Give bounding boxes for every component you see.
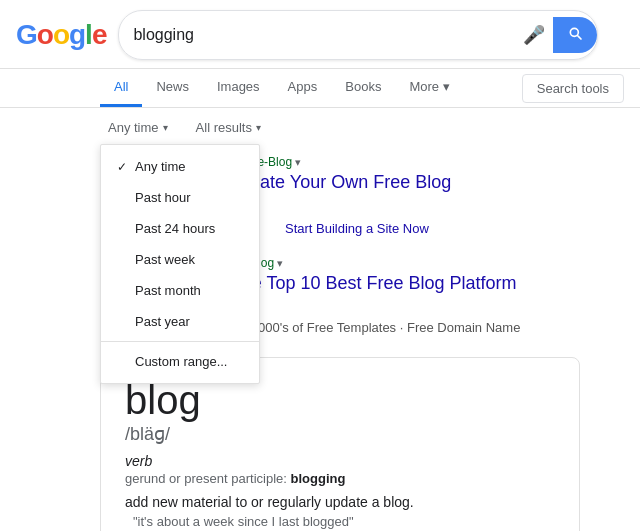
check-icon: ✓ <box>117 160 127 174</box>
url-arrow-1[interactable]: ▾ <box>295 156 301 168</box>
dropdown-label-pastyear: Past year <box>135 314 190 329</box>
results-filter-button[interactable]: All results ▾ <box>188 116 269 139</box>
dropdown-divider <box>101 341 259 342</box>
header: Google blogging 🎤 <box>0 0 640 69</box>
results-filter-arrow: ▾ <box>256 122 261 133</box>
url-arrow-2[interactable]: ▾ <box>277 257 283 269</box>
sitelink-1-2: Start Building a Site Now <box>285 221 429 236</box>
results-filter-label: All results <box>196 120 252 135</box>
results-area: ing Sites - overtop10.com/Free-Blog ▾ Bl… <box>0 147 640 531</box>
google-logo: Google <box>16 19 106 51</box>
conjugation-value: blogging <box>291 471 346 486</box>
search-button[interactable] <box>553 17 597 53</box>
tab-books[interactable]: Books <box>331 69 395 107</box>
tab-all[interactable]: All <box>100 69 142 107</box>
dropdown-item-past24h[interactable]: ✓ Past 24 hours <box>101 213 259 244</box>
dropdown-label-pasthour: Past hour <box>135 190 191 205</box>
dropdown-label-anytime: Any time <box>135 159 186 174</box>
definition-conjugation: gerund or present participle: blogging <box>125 471 555 486</box>
dropdown-item-pastweek[interactable]: ✓ Past week <box>101 244 259 275</box>
time-filter-label: Any time <box>108 120 159 135</box>
mic-icon[interactable]: 🎤 <box>523 24 545 46</box>
dropdown-label-past24h: Past 24 hours <box>135 221 215 236</box>
time-filter-arrow: ▾ <box>163 122 168 133</box>
dropdown-item-anytime[interactable]: ✓ Any time <box>101 151 259 182</box>
tab-images[interactable]: Images <box>203 69 274 107</box>
definition-word: blog <box>125 378 555 423</box>
tab-apps[interactable]: Apps <box>274 69 332 107</box>
dropdown-item-pasthour[interactable]: ✓ Past hour <box>101 182 259 213</box>
definition-pos: verb <box>125 453 555 469</box>
dropdown-item-customrange[interactable]: ✓ Custom range... <box>101 346 259 377</box>
conjugation-label: gerund or present participle: <box>125 471 287 486</box>
dropdown-item-pastyear[interactable]: ✓ Past year <box>101 306 259 337</box>
dropdown-label-pastweek: Past week <box>135 252 195 267</box>
sitelink-title-1-2[interactable]: Start Building a Site Now <box>285 221 429 236</box>
dropdown-label-pastmonth: Past month <box>135 283 201 298</box>
definition-meaning-1: add new material to or regularly update … <box>125 494 555 510</box>
time-dropdown: ✓ Any time ✓ Past hour ✓ Past 24 hours ✓… <box>100 144 260 384</box>
dropdown-item-pastmonth[interactable]: ✓ Past month <box>101 275 259 306</box>
search-tools-button[interactable]: Search tools <box>522 74 624 103</box>
dropdown-label-customrange: Custom range... <box>135 354 228 369</box>
time-filter-button[interactable]: Any time ▾ <box>100 116 176 139</box>
definition-example-1: "it's about a week since I last blogged" <box>133 514 555 529</box>
nav-tabs: All News Images Apps Books More ▾ Search… <box>0 69 640 108</box>
filter-bar: Any time ▾ All results ▾ ✓ Any time ✓ Pa… <box>0 108 640 147</box>
tab-news[interactable]: News <box>142 69 203 107</box>
search-box[interactable]: blogging 🎤 <box>118 10 598 60</box>
definition-phonetic: /bläɡ/ <box>125 423 555 445</box>
search-input[interactable]: blogging <box>133 26 523 44</box>
tab-more[interactable]: More ▾ <box>395 69 463 107</box>
